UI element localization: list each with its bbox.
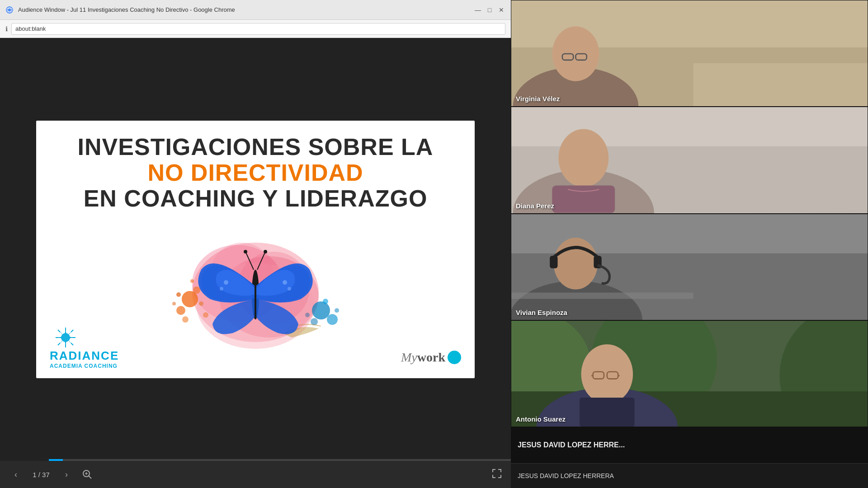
zoom-button[interactable] — [80, 468, 94, 481]
mywork-logo: Mywork — [401, 350, 461, 365]
browser-window: Audience Window - Jul 11 Investigaciones… — [0, 0, 511, 488]
svg-point-21 — [327, 314, 338, 325]
window-controls: — □ ✕ — [474, 6, 505, 14]
svg-rect-70 — [550, 255, 557, 268]
radiance-name: RADIANCE — [50, 349, 119, 363]
participant-label-diana: Diana Perez — [516, 202, 554, 210]
radiance-logo: RADIANCE ACADEMIA COACHING — [50, 326, 119, 369]
svg-point-30 — [288, 287, 291, 291]
participant-label-vivian: Vivian Espinoza — [516, 309, 567, 316]
mywork-text: Mywork — [401, 350, 445, 365]
participant-label-jesus-bottom: JESUS DAVID LOPEZ HERRERA — [518, 472, 614, 479]
slide-title-block: INVESTIGACIONES SOBRE LA NO DIRECTIVIDAD… — [59, 134, 452, 212]
prev-slide-button[interactable]: ‹ — [9, 468, 23, 481]
svg-point-32 — [264, 250, 267, 253]
fullscreen-button[interactable] — [492, 469, 502, 481]
svg-point-29 — [283, 280, 287, 285]
svg-point-27 — [224, 280, 228, 285]
window-title: Audience Window - Jul 11 Investigaciones… — [18, 6, 469, 13]
participant-label-virginia: Virginia Vélez — [516, 95, 560, 103]
svg-line-47 — [71, 343, 73, 345]
svg-point-19 — [172, 302, 176, 305]
participant-tile-virginia: Virginia Vélez — [511, 0, 868, 107]
svg-point-69 — [554, 238, 598, 290]
svg-rect-72 — [511, 292, 693, 299]
svg-point-31 — [244, 250, 247, 253]
svg-point-25 — [305, 313, 310, 317]
participant-tile-diana: Diana Perez — [511, 107, 868, 213]
svg-point-12 — [176, 306, 185, 315]
svg-line-49 — [58, 343, 60, 345]
participant-tile-jesus-header: JESUS DAVID LOPEZ HERRE... — [511, 427, 868, 463]
svg-point-15 — [176, 292, 181, 297]
participant-label-jesus-header: JESUS DAVID LOPEZ HERRE... — [518, 441, 625, 449]
info-icon: ℹ — [5, 25, 8, 33]
svg-point-17 — [199, 301, 203, 306]
svg-line-51 — [89, 476, 91, 479]
svg-rect-56 — [693, 63, 868, 106]
address-input[interactable] — [11, 23, 505, 35]
slide-title-line1: INVESTIGACIONES SOBRE LA — [59, 134, 452, 160]
svg-rect-86 — [580, 398, 634, 427]
svg-point-28 — [220, 287, 223, 291]
slide-title-line2: NO DIRECTIVIDAD — [59, 160, 452, 186]
browser-icon — [5, 6, 14, 14]
participants-sidebar: Virginia Vélez Diana Perez — [511, 0, 868, 488]
progress-bar-fill — [49, 459, 63, 461]
svg-point-18 — [190, 279, 194, 283]
title-bar: Audience Window - Jul 11 Investigaciones… — [0, 0, 511, 20]
svg-point-64 — [558, 129, 609, 187]
participant-tile-vivian: Vivian Espinoza — [511, 214, 868, 320]
progress-bar-container — [49, 459, 511, 461]
svg-point-13 — [193, 286, 200, 294]
svg-point-24 — [335, 308, 339, 313]
svg-line-48 — [71, 330, 73, 332]
svg-point-20 — [312, 301, 330, 319]
maximize-button[interactable]: □ — [486, 6, 494, 14]
svg-point-16 — [182, 316, 189, 323]
next-slide-button[interactable]: › — [60, 468, 73, 481]
svg-rect-65 — [552, 186, 615, 213]
address-bar: ℹ — [0, 20, 511, 38]
slide-container: INVESTIGACIONES SOBRE LA NO DIRECTIVIDAD… — [36, 121, 475, 378]
svg-line-46 — [58, 330, 60, 332]
mywork-dot — [448, 351, 461, 364]
slide-area: INVESTIGACIONES SOBRE LA NO DIRECTIVIDAD… — [0, 38, 511, 461]
svg-point-14 — [203, 312, 208, 318]
participant-tile-jesus-bottom: JESUS DAVID LOPEZ HERRERA — [511, 463, 868, 488]
slide-title-line3: EN COACHING Y LIDERAZGO — [59, 186, 452, 211]
page-indicator: 1 / 37 — [30, 471, 52, 479]
svg-point-23 — [323, 299, 328, 304]
participant-tile-antonio: Antonio Suarez — [511, 320, 868, 427]
radiance-sub: ACADEMIA COACHING — [50, 363, 118, 369]
svg-point-58 — [552, 26, 599, 81]
close-button[interactable]: ✕ — [497, 6, 505, 14]
butterfly-illustration — [147, 216, 364, 365]
minimize-button[interactable]: — — [474, 6, 482, 14]
participant-label-antonio: Antonio Suarez — [516, 415, 566, 423]
bottom-toolbar: ‹ 1 / 37 › — [0, 461, 511, 488]
